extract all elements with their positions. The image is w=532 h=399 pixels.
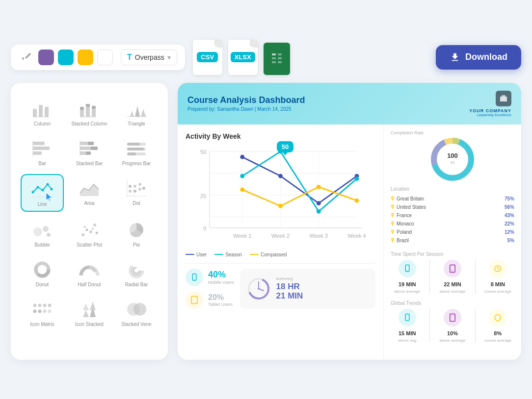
svg-point-118 [194,301,195,302]
svg-point-114 [355,198,359,202]
svg-point-78 [48,309,52,313]
download-button[interactable]: Download [436,45,521,70]
chart-type-donut[interactable]: Donut [21,255,64,291]
chart-type-triangle[interactable]: Triangle [115,95,158,130]
svg-point-45 [129,190,132,193]
svg-rect-14 [86,104,90,107]
chart-type-bar[interactable]: Bar [21,134,64,170]
xlsx-button[interactable]: XLSX [228,40,258,75]
dashboard-title: Course Analysis Dashboard [187,95,305,105]
chart-label-half-donut: Half Donut [78,282,101,287]
company-tagline: Leadership Excellence [477,113,511,117]
time-stat-1: 22 MIN above average [436,260,469,294]
chart-area-title: Activity By Week [186,132,375,140]
chart-type-radial-bar[interactable]: Radial Bar [115,255,158,291]
svg-point-40 [37,186,39,188]
toolbar: T Overpass ▾ CSV XLSX [11,40,521,75]
svg-text:Week 3: Week 3 [310,232,328,238]
svg-rect-23 [33,147,50,150]
location-item-5: Brazil 5% [391,236,514,245]
mobile-icon-wrap [186,269,203,286]
cursor-icon [45,192,54,202]
location-item-4: Poland 12% [391,228,514,236]
time-stat-value-0: 19 MIN [399,281,416,287]
svg-marker-79 [83,310,89,317]
location-item-3: Monaco 22% [391,220,514,228]
svg-rect-86 [502,95,505,97]
authoring-time-1: 18 HR [276,282,303,292]
chart-type-area[interactable]: Area [68,174,111,212]
sheets-button[interactable] [264,43,290,75]
svg-marker-20 [141,109,146,117]
mobile-pct: 40% [208,270,234,280]
svg-rect-1 [272,53,276,55]
chart-label-column: Column [34,121,51,126]
chart-label-stacked-bar: Stacked Bar [76,161,103,166]
location-item-2: France 43% [391,211,514,220]
color-swatch-yellow[interactable] [78,50,93,65]
location-pct-4: 12% [505,229,514,235]
chart-type-pie[interactable]: Pie [115,216,158,251]
font-selector[interactable]: T Overpass ▾ [121,50,177,65]
chart-type-column[interactable]: Column [21,95,64,130]
dashboard-header: Course Analysis Dashboard Prepared by: S… [178,83,521,125]
location-pct-3: 22% [505,221,514,226]
mobile-metric: 40% Mobile Users [186,269,234,286]
svg-rect-4 [278,57,282,59]
chart-type-progress-bar[interactable]: Progress Bar [115,134,158,170]
svg-point-54 [33,227,42,236]
chart-type-stacked-bar[interactable]: Stacked Bar [68,134,111,170]
mobile-label: Mobile Users [208,280,234,285]
svg-text:40: 40 [451,160,455,165]
time-stat-label-0: above average [394,289,420,294]
chart-type-dot[interactable]: Dot [115,174,158,212]
svg-point-50 [138,183,141,186]
svg-point-112 [278,203,283,208]
svg-text:25: 25 [200,193,206,199]
svg-point-111 [240,187,244,192]
authoring-section: Authoring 18 HR 21 MIN [240,269,375,309]
chart-type-stacked-column[interactable]: Stacked Column [68,95,111,130]
chart-type-stacked-venn[interactable]: Stacked Venn [115,295,158,331]
paint-icon[interactable] [19,50,34,65]
location-item-0: Great Britain 75% [391,195,514,203]
file-format-buttons: CSV XLSX [193,40,290,75]
svg-point-57 [81,233,84,236]
color-swatch-white[interactable] [97,50,113,65]
chart-type-icon-matrix[interactable]: Icon Matrix [21,295,64,331]
svg-point-123 [258,288,260,290]
line-chart-container: 50 50 25 [186,146,375,244]
svg-point-104 [278,174,283,178]
svg-point-74 [48,303,52,307]
chart-type-icon-stacked[interactable]: Icon Stacked [68,295,111,331]
global-stat-label-2: course average [484,338,511,343]
global-icon-0 [399,309,416,326]
chart-type-scatter-plot[interactable]: Scatter Plot [68,216,111,251]
svg-rect-31 [86,151,91,155]
color-swatch-purple[interactable] [38,50,54,65]
svg-point-61 [93,224,96,226]
company-logo: YOUR COMPANY Leadership Excellence [469,91,511,117]
chart-label-dot: Dot [133,200,140,206]
chart-label-bar: Bar [38,161,46,166]
color-swatch-teal[interactable] [58,50,74,65]
chart-type-line[interactable]: Line [21,174,64,212]
chart-label-icon-stacked: Icon Stacked [75,322,104,327]
svg-text:100: 100 [447,152,458,159]
chart-tooltip: 50 [277,141,293,152]
chart-label-triangle: Triangle [128,121,145,126]
global-stat-label-0: above avg [398,338,416,343]
svg-point-75 [33,309,37,313]
svg-text:Week 4: Week 4 [347,232,366,238]
chart-type-bubble[interactable]: Bubble [21,216,64,251]
svg-point-46 [133,185,136,188]
global-stat-0: 15 MIN above avg [391,309,424,343]
location-item-1: United States 56% [391,203,514,211]
svg-rect-26 [80,142,88,145]
dashboard-panel: Course Analysis Dashboard Prepared by: S… [178,83,521,360]
svg-point-110 [355,176,359,181]
csv-button[interactable]: CSV [193,40,222,75]
svg-marker-18 [130,111,134,117]
svg-point-131 [407,270,408,271]
chart-type-half-donut[interactable]: Half Donut [68,255,111,291]
